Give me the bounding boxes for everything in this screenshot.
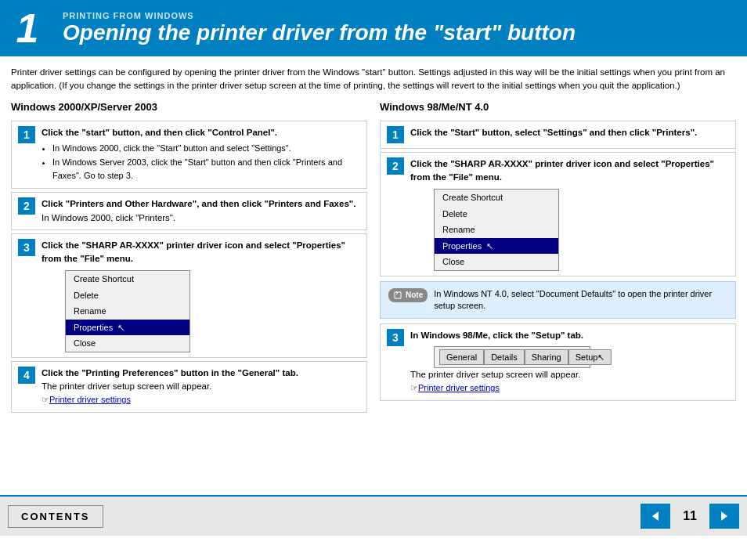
next-arrow-icon [718, 510, 731, 522]
right-step-3-content: In Windows 98/Me, click the "Setup" tab.… [410, 329, 729, 395]
tab-sharing: Sharing [525, 349, 568, 366]
two-column-layout: Windows 2000/XP/Server 2003 1 Click the … [11, 101, 736, 416]
right-step-2-content: Click the "SHARP AR-XXXX" printer driver… [410, 157, 729, 271]
chapter-number: 1 [0, 0, 55, 56]
left-column-title: Windows 2000/XP/Server 2003 [11, 101, 367, 116]
tab-details: Details [484, 349, 525, 366]
right-step-2-number: 2 [387, 157, 404, 175]
right-printer-driver-link[interactable]: Printer driver settings [418, 383, 500, 392]
header-title: Opening the printer driver from the "sta… [63, 20, 747, 45]
right-menu-item-close: Close [435, 254, 558, 270]
menu-item-create: Create Shortcut [66, 271, 189, 287]
menu-item-rename: Rename [66, 303, 189, 320]
right-menu-item-rename: Rename [435, 222, 558, 238]
tab-setup: Setup↖ [568, 349, 612, 366]
svg-marker-1 [721, 511, 727, 521]
menu-item-properties: Properties ↖ [66, 320, 189, 336]
prev-page-button[interactable] [641, 504, 670, 529]
right-step-1: 1 Click the "Start" button, select "Sett… [380, 121, 736, 149]
intro-paragraph: Printer driver settings can be configure… [11, 66, 736, 93]
left-step-3-number: 3 [18, 239, 35, 256]
right-step-1-number: 1 [387, 126, 404, 143]
page-header: 1 PRINTING FROM WINDOWS Opening the prin… [0, 0, 747, 56]
right-menu-item-properties: Properties ↖ [435, 238, 558, 255]
right-menu-item-delete: Delete [435, 206, 558, 222]
right-step-2-menu: Create Shortcut Delete Rename Properties… [434, 189, 559, 271]
left-step-3: 3 Click the "SHARP AR-XXXX" printer driv… [11, 233, 367, 358]
left-step-4-number: 4 [18, 367, 35, 384]
header-text: PRINTING FROM WINDOWS Opening the printe… [55, 11, 747, 45]
left-step-1-content: Click the "start" button, and then click… [42, 126, 360, 184]
header-subtitle: PRINTING FROM WINDOWS [63, 11, 747, 20]
note-box: Note In Windows NT 4.0, select "Document… [380, 281, 736, 320]
tab-mock: General Details Sharing Setup↖ [434, 346, 590, 369]
right-step-3: 3 In Windows 98/Me, click the "Setup" ta… [380, 323, 736, 400]
page-footer: CONTENTS 11 [0, 495, 747, 536]
left-step-4: 4 Click the "Printing Preferences" butto… [11, 361, 367, 413]
note-text: In Windows NT 4.0, select "Document Defa… [434, 288, 727, 313]
left-step-2-number: 2 [18, 197, 35, 215]
next-page-button[interactable] [709, 504, 739, 529]
left-step-3-menu: Create Shortcut Delete Rename Properties… [65, 270, 190, 352]
svg-marker-0 [652, 511, 659, 521]
right-step-2: 2 Click the "SHARP AR-XXXX" printer driv… [380, 152, 736, 276]
contents-button[interactable]: CONTENTS [8, 505, 103, 528]
prev-arrow-icon [649, 510, 662, 522]
main-content: Printer driver settings can be configure… [0, 56, 747, 495]
right-step-1-content: Click the "Start" button, select "Settin… [410, 126, 729, 139]
right-menu-item-create: Create Shortcut [435, 190, 558, 206]
right-column: Windows 98/Me/NT 4.0 1 Click the "Start"… [380, 101, 736, 416]
nav-controls: 11 [641, 504, 739, 529]
left-step-3-content: Click the "SHARP AR-XXXX" printer driver… [42, 239, 360, 352]
left-column: Windows 2000/XP/Server 2003 1 Click the … [11, 101, 367, 416]
left-step-2: 2 Click "Printers and Other Hardware", a… [11, 192, 367, 230]
tab-general: General [439, 349, 484, 366]
menu-item-close: Close [66, 335, 189, 352]
left-step-2-content: Click "Printers and Other Hardware", and… [42, 197, 360, 225]
left-step-1: 1 Click the "start" button, and then cli… [11, 121, 367, 190]
page-number: 11 [677, 509, 703, 523]
left-step-1-number: 1 [18, 126, 35, 143]
right-column-title: Windows 98/Me/NT 4.0 [380, 101, 736, 116]
left-printer-driver-link[interactable]: Printer driver settings [49, 395, 131, 404]
note-badge: Note [388, 288, 428, 302]
menu-item-delete: Delete [66, 287, 189, 304]
right-step-3-number: 3 [387, 329, 404, 346]
left-step-4-content: Click the "Printing Preferences" button … [42, 367, 360, 407]
